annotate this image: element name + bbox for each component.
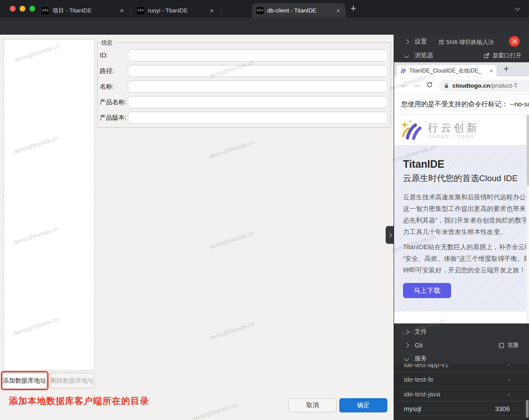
remove-database-path-button[interactable]: 删除数据库地址 (50, 373, 94, 388)
chevron-right-icon (404, 39, 409, 44)
chevron-down-icon (404, 53, 409, 58)
field-label-product-name: 产品名称: (100, 98, 126, 106)
service-list: ide-test-app-v1 - ide-test-fe - ide-test… (394, 364, 529, 420)
files-label: 文件 (415, 328, 427, 336)
chevron-down-icon (404, 356, 409, 361)
git-label: Git (415, 342, 423, 349)
annotation-text: 添加本地数据库客户端所在的目录 (9, 395, 149, 407)
embedded-url-path: /product-T (490, 82, 518, 89)
cloudtogo-favicon-icon (400, 68, 407, 74)
chevron-right-icon (404, 343, 409, 347)
settings-label: 设置 (415, 38, 427, 46)
cloudtogo-logo-icon (400, 119, 423, 141)
browser-toolbar: ← → try.titanide.cn/ide/web/coding/db-cl… (0, 18, 529, 35)
browser-window: <t> 项目 - TitanIDE × <t> ruoyi - TitanIDE… (0, 0, 529, 420)
open-new-window-button[interactable]: 新窗口打开 (484, 48, 521, 62)
product-name-input[interactable] (128, 96, 388, 108)
browser-label: 浏览器 (415, 52, 433, 60)
product-version-input[interactable] (128, 112, 388, 124)
tab-separator (130, 6, 131, 14)
id-input[interactable] (128, 49, 388, 61)
name-input[interactable] (128, 81, 388, 93)
page-title: TitanIDE (403, 158, 444, 170)
titanide-favicon-icon: <t> (42, 7, 49, 14)
field-label-name: 名称: (100, 83, 114, 91)
service-row[interactable]: ide-test-fe - (394, 372, 529, 387)
db-client-page: 信息 ID: 路径: 名称: 产品名称: 产品版本: 添加数据库地址 删除数据库… (0, 35, 394, 420)
sandbox-warning-text: 您使用的是不受支持的命令行标记： --no-sand (401, 100, 529, 109)
page-subtitle: 云原生时代您的首选Cloud IDE (403, 173, 518, 184)
field-label-product-version: 产品版本: (100, 114, 126, 122)
tab-title: 项目 - TitanIDE (53, 7, 115, 15)
panel-scrollbar-thumb[interactable] (526, 400, 529, 418)
download-now-button[interactable]: 马上下载 (403, 283, 451, 298)
traffic-light-maximize-icon[interactable] (29, 6, 35, 12)
tab-close-icon[interactable]: × (119, 7, 125, 14)
service-row[interactable]: ide-test-app-v1 - (394, 364, 529, 372)
section-browser[interactable]: 浏览器 新窗口打开 (394, 48, 529, 62)
embedded-toolbar: ← → cloudtogo.cn/product-T (394, 77, 529, 94)
clone-icon (498, 342, 505, 349)
ide-side-panel: 设置 按 Shift 键切换输入法 浏览器 新窗口打开 TitanIDE_Clo… (394, 35, 529, 420)
tab-close-icon[interactable]: × (209, 7, 215, 14)
embedded-scrollbar[interactable] (526, 115, 529, 323)
path-input[interactable] (128, 65, 388, 77)
ide-sections-panel: 文件 Git 克隆 服务 ide-test-app-v1 - (394, 323, 529, 420)
service-row[interactable]: ide-test-java - (394, 387, 529, 401)
titanide-favicon-icon: <t> (256, 7, 264, 14)
section-files[interactable]: 文件 (394, 325, 529, 339)
traffic-light-close-icon[interactable] (10, 6, 16, 12)
service-row-mysql[interactable]: mysql 3306 (394, 401, 529, 416)
brand-name: 行云创新 (428, 121, 480, 135)
ok-button[interactable]: 确定 (339, 398, 387, 412)
embedded-reload-icon[interactable] (426, 81, 433, 90)
services-label: 服务 (415, 355, 427, 363)
embedded-tab[interactable]: TitanIDE_CloudIDE_在线IDE_ × (397, 65, 496, 77)
hero-section: TitanIDE 云原生时代您的首选Cloud IDE 云原生技术高速发展和后疫… (394, 145, 529, 311)
tab-search-chevron-icon[interactable] (515, 5, 520, 10)
ime-hint: 按 Shift 键切换输入法 (439, 38, 494, 46)
embedded-back-icon[interactable]: ← (400, 81, 408, 89)
paragraph-1: 云原生技术高速发展和后疫情时代远程办公等 这一智力密集型工作提出更高的要求也带来… (403, 191, 529, 238)
section-git[interactable]: Git 克隆 (394, 339, 529, 352)
new-tab-button[interactable]: + (350, 4, 356, 13)
panel-collapse-handle[interactable] (386, 226, 394, 244)
tab-close-icon[interactable]: × (335, 7, 341, 14)
database-path-list[interactable] (4, 39, 95, 371)
add-database-path-button[interactable]: 添加数据库地址 (2, 373, 47, 388)
embedded-tab-close-icon[interactable]: × (489, 68, 493, 74)
brand-subtitle: CLOUD · TOGO (429, 134, 475, 139)
tab-ruoyi[interactable]: <t> ruoyi - TitanIDE × (133, 3, 219, 18)
sandbox-warning-bar: 您使用的是不受支持的命令行标记： --no-sand (394, 94, 529, 115)
chevron-right-icon (404, 329, 409, 334)
section-services[interactable]: 服务 (394, 352, 529, 365)
tab-strip: <t> 项目 - TitanIDE × <t> ruoyi - TitanIDE… (0, 0, 529, 18)
lock-icon (444, 83, 449, 89)
info-legend: 信息 (100, 39, 114, 47)
tab-separator (221, 6, 221, 14)
tab-project[interactable]: <t> 项目 - TitanIDE × (37, 3, 129, 18)
embedded-tab-title: TitanIDE_CloudIDE_在线IDE_ (409, 67, 487, 75)
field-label-id: ID: (100, 52, 108, 59)
embedded-forward-icon[interactable]: → (413, 81, 420, 89)
tab-db-client[interactable]: <t> db-client - TitanIDE × (252, 3, 346, 18)
cancel-button[interactable]: 取消 (289, 398, 337, 412)
traffic-light-minimize-icon[interactable] (20, 6, 25, 12)
open-external-icon (484, 52, 490, 59)
tab-title: db-client - TitanIDE (267, 7, 332, 14)
embedded-new-tab-button[interactable]: + (504, 64, 509, 74)
paragraph-2: TitanIDE站在无数巨人的肩膀上，补齐全云端 “安全、高效、体验”这三个维度… (403, 241, 529, 276)
embedded-url-host: cloudtogo.cn (452, 82, 490, 89)
embedded-address-bar[interactable]: cloudtogo.cn/product-T (439, 80, 529, 92)
field-label-path: 路径: (100, 67, 114, 75)
titanide-favicon-icon: <t> (137, 7, 144, 14)
demo-badge: 演 (509, 36, 520, 47)
brand-header: 行云创新 CLOUD · TOGO (394, 115, 529, 145)
embedded-page-content: 行云创新 CLOUD · TOGO TitanIDE 云原生时代您的首选Clou… (394, 115, 529, 323)
git-clone-button[interactable]: 克隆 (498, 339, 519, 352)
embedded-tab-strip: TitanIDE_CloudIDE_在线IDE_ × + (394, 62, 529, 77)
tab-title: ruoyi - TitanIDE (148, 7, 205, 14)
